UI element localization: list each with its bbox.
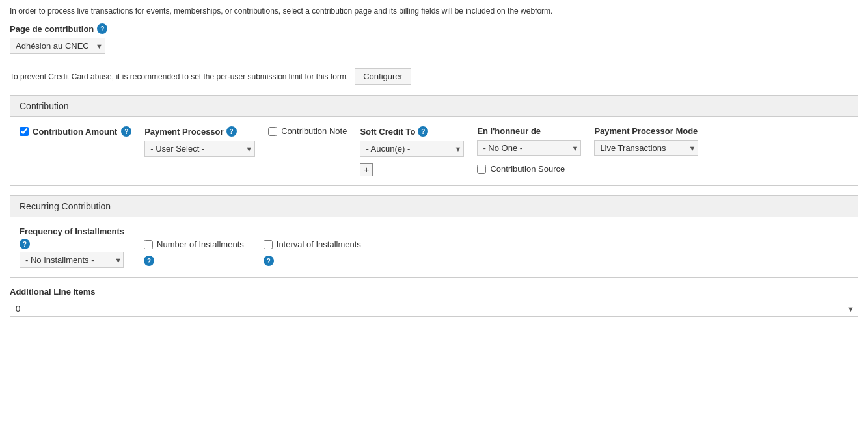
page-contribution-label: Page de contribution <box>10 24 94 34</box>
additional-line-items-section: Additional Line items 0 1 2 3 4 5 ▼ <box>10 287 858 317</box>
frequency-installments-select-wrapper: - No Installments - ▼ <box>20 252 124 268</box>
en-honneur-section: En l'honneur de - No One - ▼ Contributio… <box>477 126 581 174</box>
payment-processor-select[interactable]: - User Select - <box>144 141 255 157</box>
contribution-source-row: Contribution Source <box>477 164 581 174</box>
payment-processor-select-wrapper: - User Select - ▼ <box>144 141 255 157</box>
contribution-note-checkbox[interactable] <box>268 127 277 136</box>
interval-installments-checkbox[interactable] <box>264 240 273 249</box>
en-honneur-label: En l'honneur de <box>477 126 541 136</box>
payment-processor-help-icon[interactable]: ? <box>226 126 237 137</box>
payment-processor-mode-select[interactable]: Live Transactions <box>594 140 698 156</box>
additional-line-items-label: Additional Line items <box>10 287 858 297</box>
page-contribution-select-wrapper: Adhésion au CNEC ▼ <box>10 38 105 54</box>
contribution-amount-checkbox[interactable] <box>20 127 29 136</box>
additional-line-items-select-wrapper: 0 1 2 3 4 5 ▼ <box>10 301 858 317</box>
number-installments-help-icon[interactable]: ? <box>144 256 154 266</box>
en-honneur-select[interactable]: - No One - <box>477 140 581 156</box>
page-contribution-help-icon[interactable]: ? <box>97 23 107 34</box>
contribution-amount-help-icon[interactable]: ? <box>121 126 131 137</box>
interval-installments-group: Interval of Installments ? <box>264 226 361 266</box>
soft-credit-to-select[interactable]: - Aucun(e) - <box>360 141 464 157</box>
contribution-amount-label[interactable]: Contribution Amount ? <box>20 126 131 137</box>
contribution-section: Contribution Contribution Amount ? Payme… <box>10 95 858 186</box>
interval-installments-help-icon[interactable]: ? <box>264 256 274 266</box>
payment-processor-mode-select-wrapper: Live Transactions ▼ <box>594 140 698 156</box>
number-installments-label[interactable]: Number of Installments <box>144 239 244 249</box>
payment-processor-mode-label: Payment Processor Mode <box>594 126 698 136</box>
frequency-installments-group: Frequency of Installments ? - No Install… <box>20 226 124 268</box>
number-installments-group: Number of Installments ? <box>144 226 244 266</box>
interval-installments-label[interactable]: Interval of Installments <box>264 239 361 249</box>
frequency-installments-label: Frequency of Installments <box>20 226 124 236</box>
contribution-amount-group: Contribution Amount ? <box>20 126 131 137</box>
soft-credit-to-group: Soft Credit To ? - Aucun(e) - ▼ + <box>360 126 464 176</box>
soft-credit-add-button[interactable]: + <box>360 163 373 176</box>
payment-processor-group: Payment Processor ? - User Select - ▼ <box>144 126 255 157</box>
soft-credit-to-label: Soft Credit To <box>360 127 415 137</box>
contribution-section-header: Contribution <box>10 96 858 117</box>
soft-credit-to-select-wrapper: - Aucun(e) - ▼ <box>360 141 464 157</box>
contribution-source-label: Contribution Source <box>490 164 565 174</box>
recurring-section-header: Recurring Contribution <box>10 196 858 217</box>
info-text: In order to process live transactions fo… <box>10 7 858 16</box>
recurring-contribution-section: Recurring Contribution Frequency of Inst… <box>10 195 858 278</box>
page-contribution-select[interactable]: Adhésion au CNEC <box>10 38 105 54</box>
payment-processor-label: Payment Processor <box>144 127 223 137</box>
payment-processor-mode-group: Payment Processor Mode Live Transactions… <box>594 126 698 156</box>
frequency-installments-help-icon[interactable]: ? <box>20 239 30 249</box>
en-honneur-select-wrapper: - No One - ▼ <box>477 140 581 156</box>
additional-line-items-select[interactable]: 0 1 2 3 4 5 <box>10 301 858 317</box>
en-honneur-group: En l'honneur de - No One - ▼ <box>477 126 581 156</box>
number-installments-checkbox[interactable] <box>144 240 153 249</box>
frequency-installments-select[interactable]: - No Installments - <box>20 252 124 268</box>
configurer-button[interactable]: Configurer <box>355 68 411 85</box>
contribution-note-label[interactable]: Contribution Note <box>268 126 347 136</box>
soft-credit-to-help-icon[interactable]: ? <box>418 126 428 137</box>
contribution-source-checkbox[interactable] <box>477 165 486 174</box>
contribution-note-group: Contribution Note <box>268 126 347 136</box>
credit-card-warning-text: To prevent Credit Card abuse, it is reco… <box>10 72 348 81</box>
